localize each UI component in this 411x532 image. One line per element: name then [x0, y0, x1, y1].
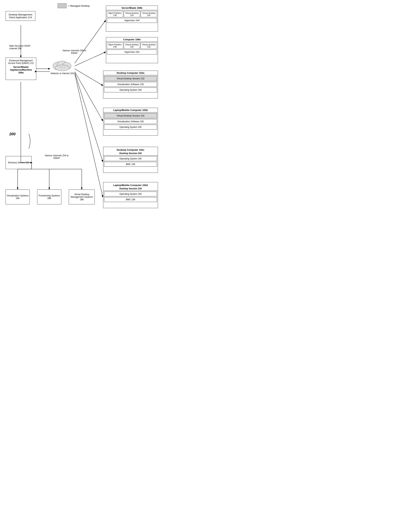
svg-point-8: [65, 66, 65, 67]
laptop-102b-vds: Virtual Desktop Session 232: [104, 113, 157, 118]
laptop-102d-title: Laptop/Mobile Computer 102d: [104, 183, 157, 187]
server-106b-box: Server/Blade 106b Mgmt Partition 230 Vir…: [106, 6, 158, 32]
emap-sub: Server/Blade/ Appliance/Machine 106a: [7, 66, 35, 74]
vdm-systems-label: Virtual Desktop Management Systems 288: [69, 193, 95, 201]
desktop-mgmt-client-label: Desktop Management Client Application 21…: [7, 13, 34, 19]
various-254-label: Various channels 254 to EMAP: [42, 154, 72, 160]
diagram-number: 200: [9, 132, 15, 136]
computer-106e-hypervisor: Hypervisor 244: [107, 50, 157, 55]
laptop-102b-title: Laptop/Mobile Computer 102b: [103, 108, 158, 113]
desktop-mgmt-client-box: Desktop Management Client Application 21…: [6, 11, 35, 21]
desktop-102a-vs: Virtualization Software 230: [104, 82, 157, 87]
desktop-102c-session: Desktop Session 234: [104, 152, 157, 155]
diagram-container: = Managed Desktop Desktop Management Cli…: [0, 0, 167, 216]
svg-point-7: [63, 66, 64, 66]
emap-box: Enhanced Management Access Point (EMAP) …: [6, 57, 36, 80]
server-106b-title: Server/Blade 106b: [106, 6, 158, 10]
computer-106e-vd2: Virtual desktop 232: [141, 43, 157, 49]
server-106b-cols: Mgmt Partition 230 Virtual desktop 232 V…: [107, 11, 157, 17]
laptop-102d-bmc: BMC 236: [104, 197, 157, 202]
desktop-102a-box: Desktop Computer 102a Virtual Desktop Se…: [103, 71, 158, 98]
svg-point-11: [64, 67, 65, 68]
network-cloud: Network or Internet 104: [50, 57, 74, 76]
computer-106e-mgmt: Mgmt Partition 230: [107, 43, 123, 49]
desktop-102c-box: Desktop Computer 102c Desktop Session 23…: [103, 147, 158, 173]
prov-systems-label: Provisioning Systems 286: [37, 194, 61, 200]
svg-point-4: [57, 66, 58, 67]
laptop-102b-os: Operating System 240: [104, 125, 157, 130]
legend-label: = Managed Desktop: [68, 4, 90, 7]
laptop-102d-session: Desktop Session 234: [104, 187, 157, 190]
svg-line-20: [75, 73, 103, 197]
prov-systems-box: Provisioning Systems 286: [37, 190, 61, 204]
computer-106e-title: Computer 106e: [106, 37, 158, 42]
svg-point-10: [62, 68, 63, 68]
desktop-102c-header: Desktop Computer 102c Desktop Session 23…: [103, 147, 158, 155]
ws-soap-label: Web Services/ SOAP channel 256: [9, 45, 32, 50]
laptop-102b-box: Laptop/Mobile Computer 102b Virtual Desk…: [103, 108, 158, 136]
desktop-102a-os: Operating System 240: [104, 87, 157, 92]
directory-service-label: Directory Service 282: [8, 161, 29, 164]
directory-service-box: Directory Service 282: [6, 156, 32, 169]
desktop-102a-title: Desktop Computer 102a: [103, 71, 158, 75]
computer-106e-vd1: Virtual desktop 232: [124, 43, 140, 49]
cloud-svg: [50, 57, 74, 73]
svg-point-5: [59, 66, 60, 66]
svg-point-9: [60, 67, 61, 68]
svg-line-18: [75, 72, 103, 121]
desktop-102c-bmc: BMC 236: [104, 162, 157, 167]
laptop-102d-os: Operating System 240: [104, 191, 157, 196]
svg-point-6: [61, 66, 62, 67]
server-106b-vd1: Virtual desktop 232: [124, 11, 140, 17]
svg-line-15: [75, 20, 105, 63]
virt-systems-box: Virtualization Systems 284: [6, 190, 30, 204]
svg-line-17: [75, 69, 103, 86]
legend: = Managed Desktop: [57, 3, 90, 8]
laptop-102d-header: Laptop/Mobile Computer 102d Desktop Sess…: [103, 182, 158, 191]
legend-swatch: [57, 3, 67, 8]
laptop-102b-vs: Virtualization Software 230: [104, 119, 157, 124]
desktop-102c-title: Desktop Computer 102c: [104, 148, 157, 152]
desktop-102a-vds: Virtual Desktop Session 232: [104, 76, 157, 81]
server-106b-hypervisor: Hypervisor 244: [107, 18, 157, 23]
computer-106e-cols: Mgmt Partition 230 Virtual desktop 232 V…: [107, 43, 157, 49]
desktop-102c-os: Operating System 240: [104, 156, 157, 161]
network-label: Network or Internet 104: [50, 72, 74, 75]
server-106b-vd2: Virtual desktop 232: [141, 11, 157, 17]
various-258-label: Various channels 258 to EMAP: [61, 49, 87, 55]
laptop-102d-box: Laptop/Mobile Computer 102d Desktop Sess…: [103, 182, 158, 208]
server-106b-mgmt: Mgmt Partition 230: [107, 11, 123, 17]
virt-systems-label: Virtualization Systems 284: [6, 194, 29, 200]
emap-body: Enhanced Management Access Point (EMAP) …: [7, 59, 35, 65]
computer-106e-box: Computer 106e Mgmt Partition 230 Virtual…: [106, 37, 158, 63]
svg-line-19: [75, 73, 103, 162]
vdm-systems-box: Virtual Desktop Management Systems 288: [69, 190, 95, 204]
